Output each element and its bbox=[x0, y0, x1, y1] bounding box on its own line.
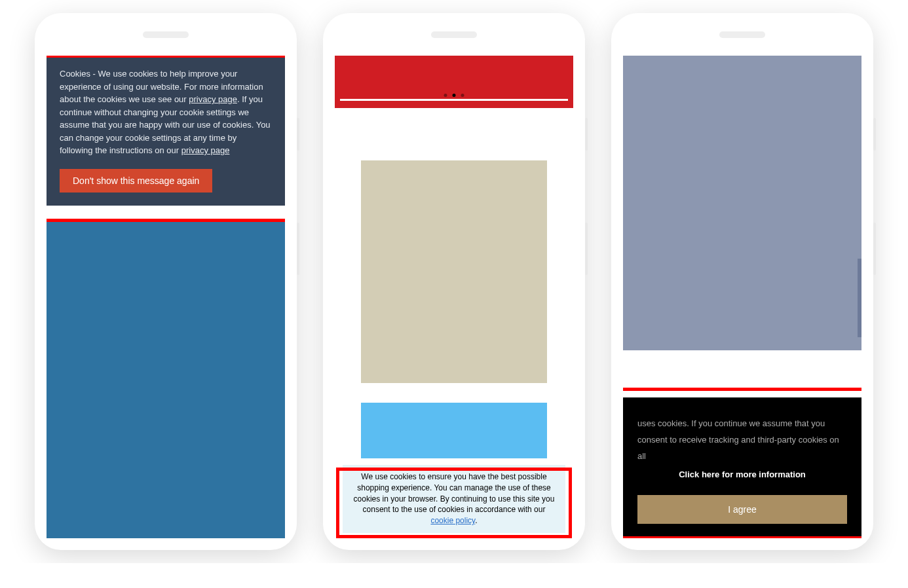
phone-screen: our amazing We use cookies to ensure you… bbox=[335, 56, 573, 538]
phone-speaker bbox=[143, 31, 189, 38]
phone-mockup-1: Cookies - We use cookies to help improve… bbox=[35, 13, 297, 550]
phone-side-button bbox=[585, 223, 588, 275]
phone-side-button bbox=[297, 223, 299, 275]
phone-side-button bbox=[873, 223, 876, 275]
phone-screen: uses cookies. If you continue we assume … bbox=[623, 56, 861, 538]
annotation-highlight bbox=[336, 468, 572, 538]
phone-side-button bbox=[585, 118, 588, 151]
phone-screen: Cookies - We use cookies to help improve… bbox=[47, 56, 285, 538]
content-block bbox=[361, 160, 547, 383]
phone-speaker bbox=[719, 31, 765, 38]
phone-side-button bbox=[297, 118, 299, 151]
annotation-highlight bbox=[623, 388, 861, 538]
scroll-indicator bbox=[858, 259, 861, 337]
carousel-dot[interactable] bbox=[461, 94, 464, 97]
page-content-placeholder bbox=[47, 219, 285, 538]
content-block bbox=[361, 403, 547, 458]
annotation-highlight bbox=[47, 56, 285, 222]
carousel-dot[interactable] bbox=[444, 94, 447, 97]
header-divider bbox=[340, 99, 568, 103]
phone-mockup-3: uses cookies. If you continue we assume … bbox=[611, 13, 873, 550]
page-header bbox=[335, 56, 573, 108]
phone-speaker bbox=[431, 31, 477, 38]
page-content-placeholder bbox=[623, 56, 861, 350]
phone-side-button bbox=[873, 118, 876, 151]
phone-mockup-2: our amazing We use cookies to ensure you… bbox=[323, 13, 585, 550]
carousel-dots bbox=[444, 94, 464, 97]
carousel-dot[interactable] bbox=[453, 94, 456, 97]
